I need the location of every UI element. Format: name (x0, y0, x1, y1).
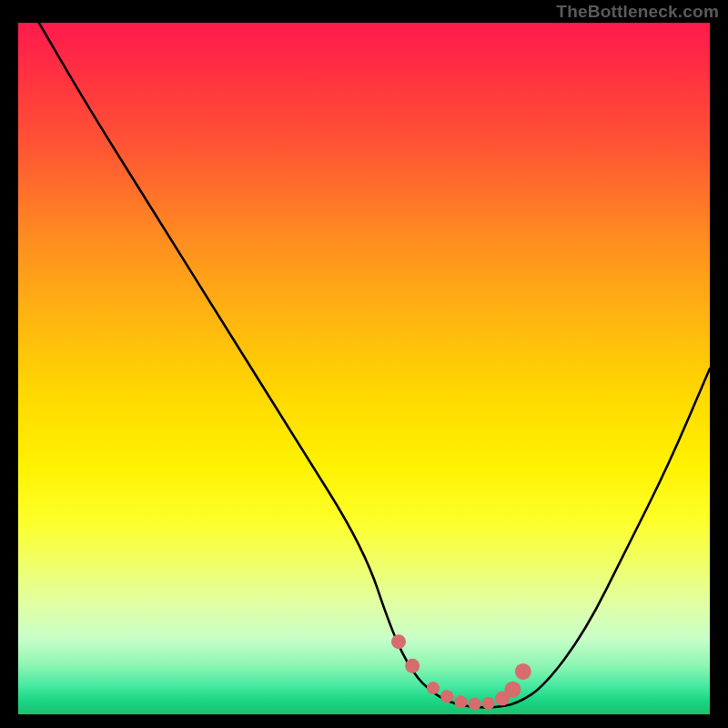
gradient-background (18, 23, 710, 714)
chart-frame: TheBottleneck.com (0, 0, 728, 728)
watermark-text: TheBottleneck.com (556, 2, 719, 22)
plot-area (18, 23, 710, 714)
